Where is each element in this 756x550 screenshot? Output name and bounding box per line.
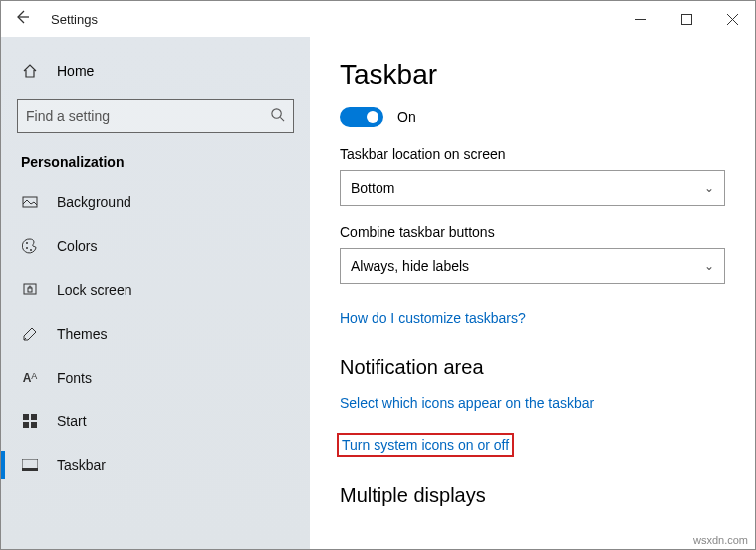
palette-icon [21, 238, 39, 254]
chevron-down-icon: ⌄ [704, 181, 714, 195]
sidebar-home-label: Home [57, 63, 94, 79]
lock-screen-icon [21, 282, 39, 298]
sidebar-item-label: Background [57, 194, 131, 210]
search-icon [270, 107, 285, 125]
sidebar-item-lock-screen[interactable]: Lock screen [1, 268, 310, 312]
home-icon [21, 63, 39, 79]
sidebar-item-themes[interactable]: Themes [1, 312, 310, 356]
page-title: Taskbar [340, 59, 725, 91]
svg-rect-9 [31, 414, 37, 420]
sidebar-item-label: Taskbar [57, 457, 106, 473]
svg-rect-7 [28, 288, 32, 292]
picture-icon [21, 194, 39, 210]
sidebar-item-label: Start [57, 413, 87, 429]
start-icon [21, 414, 39, 428]
sidebar-item-fonts[interactable]: AA Fonts [1, 356, 310, 400]
paint-icon [21, 326, 39, 342]
svg-rect-10 [23, 422, 29, 428]
combine-label: Combine taskbar buttons [340, 224, 725, 240]
sidebar-section-label: Personalization [1, 148, 310, 180]
help-link[interactable]: How do I customize taskbars? [340, 310, 526, 326]
main-content: Taskbar On Taskbar location on screen Bo… [310, 37, 755, 549]
titlebar: Settings [1, 1, 755, 37]
sidebar: Home Personalization Background Colors [1, 37, 310, 549]
system-icons-link[interactable]: Turn system icons on or off [340, 436, 511, 454]
maximize-button[interactable] [663, 1, 709, 37]
svg-rect-0 [681, 14, 691, 24]
sidebar-item-colors[interactable]: Colors [1, 224, 310, 268]
svg-rect-11 [31, 422, 37, 428]
location-select[interactable]: Bottom ⌄ [340, 170, 725, 206]
svg-rect-8 [23, 414, 29, 420]
combine-value: Always, hide labels [351, 258, 469, 274]
multiple-displays-heading: Multiple displays [340, 484, 725, 507]
watermark: wsxdn.com [693, 534, 748, 546]
sidebar-item-label: Themes [57, 326, 108, 342]
chevron-down-icon: ⌄ [704, 259, 714, 273]
svg-rect-13 [22, 468, 38, 471]
combine-select[interactable]: Always, hide labels ⌄ [340, 248, 725, 284]
location-label: Taskbar location on screen [340, 146, 725, 162]
notification-heading: Notification area [340, 356, 725, 379]
sidebar-item-label: Lock screen [57, 282, 131, 298]
fonts-icon: AA [21, 371, 39, 385]
sidebar-item-label: Fonts [57, 370, 92, 386]
select-icons-link[interactable]: Select which icons appear on the taskbar [340, 395, 594, 411]
search-input[interactable] [26, 108, 270, 124]
sidebar-item-start[interactable]: Start [1, 400, 310, 443]
taskbar-toggle-label: On [397, 109, 416, 125]
taskbar-icon [21, 459, 39, 471]
window-title: Settings [51, 12, 98, 27]
minimize-button[interactable] [618, 1, 663, 37]
back-button[interactable] [7, 9, 37, 29]
close-button[interactable] [709, 1, 755, 37]
svg-point-1 [272, 109, 281, 118]
search-box[interactable] [17, 99, 294, 133]
sidebar-item-taskbar[interactable]: Taskbar [1, 443, 310, 487]
sidebar-item-label: Colors [57, 238, 97, 254]
sidebar-item-background[interactable]: Background [1, 180, 310, 224]
sidebar-home[interactable]: Home [1, 51, 310, 91]
svg-point-3 [26, 242, 28, 244]
taskbar-toggle[interactable] [340, 107, 383, 127]
svg-point-4 [26, 247, 28, 249]
svg-point-5 [30, 249, 32, 251]
location-value: Bottom [351, 180, 394, 196]
